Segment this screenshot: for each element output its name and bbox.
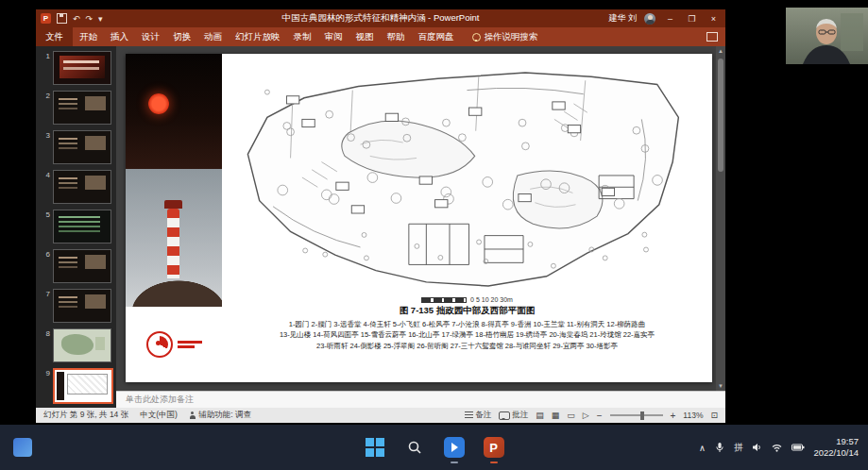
slide-thumbnail-7[interactable] (53, 289, 111, 323)
ribbon-tab-8[interactable]: 录制 (287, 27, 318, 46)
webcam-video-tile[interactable] (786, 8, 868, 64)
redo-icon[interactable]: ↷ (86, 14, 94, 24)
ribbon-tab-2[interactable]: 开始 (73, 27, 104, 46)
current-slide[interactable]: 0 5 10 20 30m 图 7-135 拙政园中部及西部平面图 1-园门 2… (126, 54, 712, 382)
language-indicator[interactable]: 中文(中国) (140, 410, 178, 421)
plan-pavilion-mark (336, 182, 349, 190)
ribbon-tab-7[interactable]: 幻灯片放映 (229, 27, 287, 46)
powerpoint-app-icon[interactable]: P (41, 13, 51, 24)
ribbon-tab-4[interactable]: 设计 (135, 27, 166, 46)
slide-thumbnail-3[interactable] (53, 130, 111, 164)
volume-icon[interactable] (751, 442, 762, 453)
scroll-down-icon[interactable]: ▼ (718, 381, 723, 391)
slide-thumbnail-row[interactable]: 8 (40, 328, 116, 362)
widgets-icon[interactable] (13, 438, 32, 457)
hidden-icons-chevron[interactable]: ∧ (699, 443, 706, 453)
zoom-slider[interactable] (610, 414, 663, 416)
ribbon-tab-11[interactable]: 帮助 (381, 27, 412, 46)
notes-pane[interactable]: 单击此处添加备注 (116, 391, 725, 408)
slide-thumbnail-number: 1 (40, 51, 50, 60)
running-indicator-active (490, 462, 498, 464)
reading-view-button[interactable]: ▭ (567, 411, 575, 420)
taskbar-clock[interactable]: 19:57 2022/10/14 (813, 436, 859, 459)
university-logo (126, 307, 222, 382)
slide-thumbnail-row[interactable]: 4 (40, 170, 116, 204)
slide-thumbnail-5[interactable] (53, 210, 111, 243)
zoom-in-button[interactable]: + (671, 411, 676, 421)
quick-access-dropdown-icon[interactable]: ▾ (98, 14, 103, 24)
ribbon-tab-strip: 文件开始插入设计切换动画幻灯片放映录制审阅视图帮助百度网盘 操作说明搜索 (36, 27, 725, 46)
zoom-out-button[interactable]: − (597, 411, 603, 421)
minimize-button[interactable]: – (663, 14, 677, 24)
ribbon-tab-5[interactable]: 切换 (166, 27, 197, 46)
ribbon-tab-1[interactable]: 文件 (36, 27, 73, 46)
close-button[interactable]: × (706, 14, 721, 24)
search-button[interactable] (402, 435, 427, 460)
tell-me-search[interactable]: 操作说明搜索 (472, 31, 538, 43)
plan-pavilion-mark (419, 176, 432, 184)
canvas-scrollbar[interactable]: ▲ ▼ (716, 46, 725, 391)
network-icon[interactable] (771, 442, 783, 453)
slide-thumbnail-2[interactable] (53, 91, 111, 125)
running-indicator (451, 462, 458, 464)
slide-thumbnail-row[interactable]: 7 (40, 289, 116, 323)
accessibility-icon (189, 411, 196, 419)
normal-view-button[interactable]: ▤ (536, 411, 544, 420)
rocks-shape (126, 277, 222, 307)
lightbulb-icon (472, 33, 481, 42)
powerpoint-taskbar-button[interactable]: P (482, 435, 506, 460)
slide-thumbnail-9[interactable] (53, 368, 113, 404)
slideshow-button[interactable]: ▷ (583, 411, 589, 420)
notes-toggle-label: 备注 (475, 410, 491, 421)
fit-to-window-button[interactable]: ⊡ (710, 411, 718, 420)
slide-thumbnail-number: 4 (40, 170, 50, 179)
lighthouse-tower-shape (167, 209, 179, 278)
maximize-button[interactable]: ❐ (685, 14, 699, 24)
slide-thumbnail-row[interactable]: 3 (40, 130, 116, 164)
comments-toggle-button[interactable]: 批注 (499, 410, 528, 421)
ribbon-tab-10[interactable]: 视图 (349, 27, 381, 46)
scrollbar-thumb[interactable] (718, 59, 723, 172)
slide-thumbnail-row[interactable]: 2 (40, 91, 116, 125)
user-avatar[interactable] (644, 13, 655, 25)
slide-thumbnail-row[interactable]: 5 (40, 210, 116, 243)
notes-toggle-button[interactable]: 备注 (465, 410, 491, 421)
slide-sorter-view-button[interactable]: ▦ (552, 411, 560, 420)
slide-thumbnail-4[interactable] (53, 170, 111, 204)
meeting-app-button[interactable] (442, 435, 467, 460)
system-tray: ∧ 拼 19:57 2022/10/14 (699, 436, 859, 459)
slide-thumbnail-8[interactable] (53, 328, 111, 362)
slide-thumbnail-1[interactable] (53, 51, 111, 85)
plan-tree-mark (303, 248, 308, 253)
ribbon-tab-12[interactable]: 百度网盘 (412, 27, 461, 46)
ribbon-tab-6[interactable]: 动画 (197, 27, 229, 46)
ribbon-tab-9[interactable]: 审阅 (318, 27, 349, 46)
slide-thumbnail-row[interactable]: 9 (40, 368, 116, 404)
red-sun-shape (148, 93, 169, 114)
accessibility-status[interactable]: 辅助功能: 调查 (189, 410, 251, 421)
start-button[interactable] (363, 435, 387, 460)
microphone-icon[interactable] (714, 442, 725, 453)
comments-toggle-label: 批注 (512, 410, 528, 421)
zoom-level[interactable]: 113% (683, 411, 703, 420)
slide-thumbnail-row[interactable]: 6 (40, 249, 116, 283)
battery-icon[interactable] (791, 443, 805, 452)
windows-taskbar: P ∧ 拼 19:57 2022/10/14 (0, 425, 868, 470)
scroll-up-icon[interactable]: ▲ (718, 46, 723, 56)
slide-thumbnail-6[interactable] (53, 249, 111, 283)
ribbon-tabs: 文件开始插入设计切换动画幻灯片放映录制审阅视图帮助百度网盘 (36, 27, 461, 46)
scale-label: 0 5 10 20 30m (470, 296, 513, 303)
meeting-app-icon (444, 437, 465, 458)
signed-in-user[interactable]: 建华 刘 (608, 12, 637, 25)
figure-caption: 图 7-135 拙政园中部及西部平面图 (400, 305, 536, 317)
comments-share-icon[interactable] (706, 32, 718, 42)
slide-thumbnail-row[interactable]: 1 (40, 51, 116, 85)
slide-thumbnail-panel[interactable]: 12345678910 (36, 46, 116, 408)
ime-pinyin-indicator[interactable]: 拼 (734, 442, 743, 454)
ribbon-tab-3[interactable]: 插入 (104, 27, 135, 46)
undo-icon[interactable]: ↶ (73, 14, 80, 24)
slide-canvas[interactable]: 0 5 10 20 30m 图 7-135 拙政园中部及西部平面图 1-园门 2… (116, 46, 725, 391)
save-icon[interactable] (57, 13, 67, 24)
plan-tree-mark (264, 90, 269, 94)
zoom-slider-thumb[interactable] (640, 411, 644, 420)
